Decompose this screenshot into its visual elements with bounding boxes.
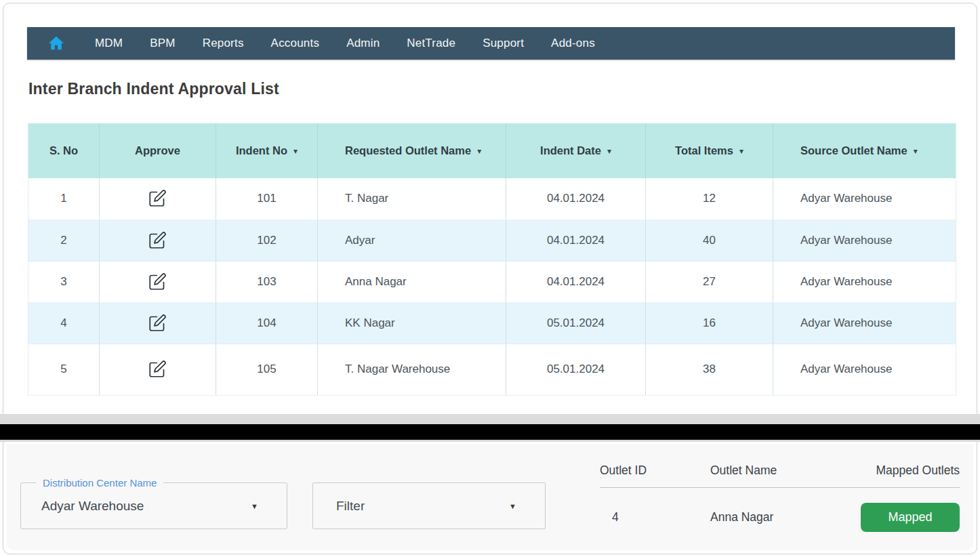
outlet-name-header: Outlet Name [710,463,859,478]
cell-requested-outlet-name: Anna Nagar [318,261,506,302]
approve-edit-button[interactable] [146,311,169,335]
cell-indent-date: 05.01.2024 [506,344,646,395]
nav-item-mdm[interactable]: MDM [95,37,123,50]
cell-source-outlet-name: Adyar Warehouse [773,220,956,261]
outlet-id-header: Outlet ID [600,463,710,478]
cell-s-no: 5 [28,344,100,395]
cell-source-outlet-name: Adyar Warehouse [773,344,956,395]
sort-caret-icon[interactable]: ▾ [914,146,918,157]
cell-indent-date: 04.01.2024 [506,261,646,302]
divider-black-bar [0,424,980,440]
cell-s-no: 3 [28,261,100,302]
approve-edit-button[interactable] [146,186,169,210]
column-header-requested-outlet-name[interactable]: Requested Outlet Name▾ [318,123,506,178]
column-header-indent-no[interactable]: Indent No▾ [216,123,318,178]
cell-indent-no: 103 [216,261,318,302]
nav-item-addons[interactable]: Add-ons [551,37,595,50]
cell-s-no: 1 [28,178,100,220]
cell-approve [100,302,216,344]
distribution-center-dropdown[interactable]: Distribution Center Name Adyar Warehouse… [20,482,287,529]
cell-indent-no: 101 [216,178,318,220]
filter-dropdown[interactable]: Filter ▼ [312,482,546,529]
edit-icon [148,189,167,207]
chevron-down-icon[interactable]: ▼ [251,502,258,510]
nav-item-bpm[interactable]: BPM [150,37,175,50]
distribution-center-label: Distribution Center Name [36,477,163,489]
nav-item-reports[interactable]: Reports [203,37,244,50]
cell-requested-outlet-name: T. Nagar Warehouse [318,344,506,395]
cell-indent-date: 04.01.2024 [506,220,646,261]
cell-total-items: 27 [646,261,773,302]
home-icon[interactable] [45,35,68,52]
table-row: 1 101 T. Nagar 04.01.2024 12 Adyar Wareh… [28,178,956,220]
cell-approve [100,178,216,220]
column-header-source-outlet-name[interactable]: Source Outlet Name▾ [773,123,956,178]
outlet-table-row: 4 Anna Nagar Mapped [600,488,960,532]
cell-source-outlet-name: Adyar Warehouse [773,261,956,302]
mapped-status-button[interactable]: Mapped [861,503,960,532]
divider-gray-strip [0,414,980,424]
cell-total-items: 38 [646,344,773,395]
cell-approve [100,344,216,395]
cell-source-outlet-name: Adyar Warehouse [773,302,956,344]
divider-gray-strip-bottom [0,440,980,442]
outlet-table-header-row: Outlet ID Outlet Name Mapped Outlets [600,463,960,488]
nav-item-admin[interactable]: Admin [346,37,380,50]
cell-s-no: 2 [28,220,100,261]
sort-caret-icon[interactable]: ▾ [477,146,481,157]
cell-indent-no: 104 [216,302,318,344]
mapped-outlets-header: Mapped Outlets [859,463,960,478]
approve-edit-button[interactable] [146,357,169,381]
column-header-s-no: S. No [28,123,100,178]
sort-caret-icon[interactable]: ▾ [293,146,298,157]
edit-icon [148,360,167,378]
cell-total-items: 16 [646,302,773,344]
nav-item-support[interactable]: Support [483,37,524,50]
cell-approve [100,220,216,261]
table-row: 4 104 KK Nagar 05.01.2024 16 Adyar Wareh… [28,302,956,344]
cell-requested-outlet-name: Adyar [318,220,506,261]
cell-indent-date: 05.01.2024 [506,302,646,344]
cell-requested-outlet-name: KK Nagar [318,302,506,344]
table-row: 2 102 Adyar 04.01.2024 40 Adyar Warehous… [28,220,956,261]
mapped-cell: Mapped [859,503,960,532]
table-row: 3 103 Anna Nagar 04.01.2024 27 Adyar War… [28,261,956,302]
cell-indent-no: 105 [216,344,318,395]
column-header-indent-date[interactable]: Indent Date▾ [506,123,646,178]
approve-edit-button[interactable] [146,228,169,252]
table-row: 5 105 T. Nagar Warehouse 05.01.2024 38 A… [28,344,956,395]
table-header-row: S. No Approve Indent No▾ Requested Outle… [28,123,956,178]
cell-total-items: 40 [646,220,773,261]
top-navbar: MDM BPM Reports Accounts Admin NetTrade … [27,27,955,60]
cell-total-items: 12 [646,178,773,220]
distribution-center-value: Adyar Warehouse [41,499,144,514]
cell-requested-outlet-name: T. Nagar [318,178,506,220]
nav-item-nettrade[interactable]: NetTrade [407,37,455,50]
sort-caret-icon[interactable]: ▾ [739,146,743,157]
edit-icon [148,231,167,249]
page-title: Inter Branch Indent Approval List [28,80,279,98]
cell-source-outlet-name: Adyar Warehouse [773,178,956,220]
column-header-approve: Approve [100,123,216,178]
outlet-name-value: Anna Nagar [710,510,859,524]
chevron-down-icon[interactable]: ▼ [509,502,516,510]
column-header-total-items[interactable]: Total Items▾ [646,123,773,178]
sort-caret-icon[interactable]: ▾ [607,146,611,157]
nav-item-accounts[interactable]: Accounts [271,37,320,50]
outlet-mapping-table: Outlet ID Outlet Name Mapped Outlets 4 A… [600,463,960,532]
cell-approve [100,261,216,302]
edit-icon [148,272,167,291]
filter-value: Filter [336,499,365,514]
cell-indent-date: 04.01.2024 [506,178,646,220]
cell-indent-no: 102 [216,220,318,261]
cell-s-no: 4 [28,302,100,344]
outlet-id-value: 4 [600,510,710,524]
edit-icon [148,314,167,332]
indent-approval-table: S. No Approve Indent No▾ Requested Outle… [28,123,956,396]
approve-edit-button[interactable] [146,270,169,293]
